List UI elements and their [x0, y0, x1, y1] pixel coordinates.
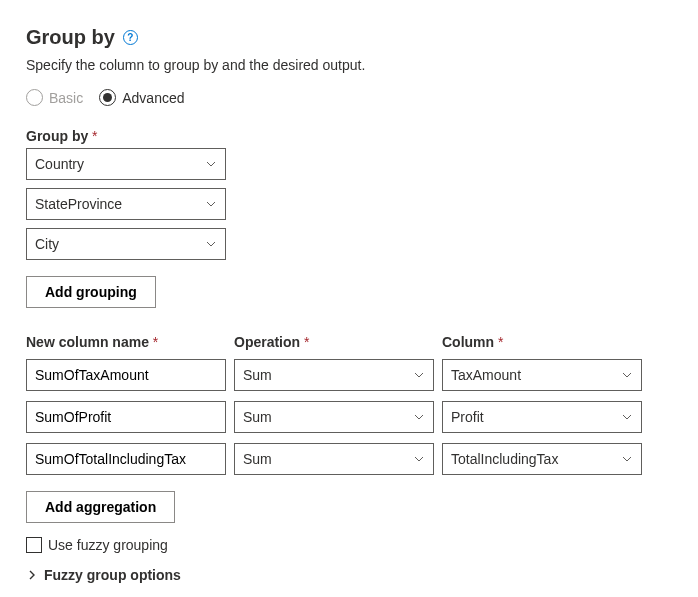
groupby-list: Country StateProvince City — [26, 148, 672, 260]
page-title: Group by — [26, 26, 115, 49]
column-dropdown[interactable]: TotalIncludingTax — [442, 443, 642, 475]
groupby-dropdown[interactable]: Country — [26, 148, 226, 180]
dropdown-value: Sum — [243, 367, 272, 383]
dropdown-value: StateProvince — [35, 196, 122, 212]
chevron-down-icon — [205, 238, 217, 250]
column-dropdown[interactable]: Profit — [442, 401, 642, 433]
dropdown-value: Country — [35, 156, 84, 172]
dropdown-value: TaxAmount — [451, 367, 521, 383]
radio-advanced[interactable]: Advanced — [99, 89, 184, 106]
use-fuzzy-grouping-label: Use fuzzy grouping — [48, 537, 168, 553]
add-aggregation-button[interactable]: Add aggregation — [26, 491, 175, 523]
radio-basic-label: Basic — [49, 90, 83, 106]
chevron-down-icon — [413, 411, 425, 423]
page-subtitle: Specify the column to group by and the d… — [26, 57, 672, 73]
groupby-label: Group by — [26, 128, 672, 144]
aggregation-row: Sum TaxAmount — [26, 359, 672, 391]
new-column-name-label: New column name — [26, 334, 226, 350]
chevron-down-icon — [621, 369, 633, 381]
aggregation-row: Sum Profit — [26, 401, 672, 433]
fuzzy-group-options-label: Fuzzy group options — [44, 567, 181, 583]
groupby-dropdown[interactable]: StateProvince — [26, 188, 226, 220]
groupby-dropdown[interactable]: City — [26, 228, 226, 260]
operation-dropdown[interactable]: Sum — [234, 443, 434, 475]
checkbox-icon — [26, 537, 42, 553]
radio-basic[interactable]: Basic — [26, 89, 83, 106]
chevron-down-icon — [413, 369, 425, 381]
operation-dropdown[interactable]: Sum — [234, 359, 434, 391]
mode-radio-group: Basic Advanced — [26, 89, 672, 106]
column-dropdown[interactable]: TaxAmount — [442, 359, 642, 391]
radio-icon — [26, 89, 43, 106]
operation-label: Operation — [234, 334, 434, 350]
chevron-down-icon — [621, 411, 633, 423]
new-column-name-input[interactable] — [26, 443, 226, 475]
chevron-down-icon — [621, 453, 633, 465]
radio-icon — [99, 89, 116, 106]
dropdown-value: Sum — [243, 451, 272, 467]
radio-advanced-label: Advanced — [122, 90, 184, 106]
chevron-down-icon — [413, 453, 425, 465]
chevron-right-icon — [26, 569, 38, 581]
dropdown-value: TotalIncludingTax — [451, 451, 558, 467]
dropdown-value: City — [35, 236, 59, 252]
help-icon[interactable]: ? — [123, 30, 138, 45]
aggregation-row: Sum TotalIncludingTax — [26, 443, 672, 475]
dropdown-value: Profit — [451, 409, 484, 425]
new-column-name-input[interactable] — [26, 359, 226, 391]
new-column-name-input[interactable] — [26, 401, 226, 433]
column-label: Column — [442, 334, 642, 350]
chevron-down-icon — [205, 158, 217, 170]
fuzzy-group-options-toggle[interactable]: Fuzzy group options — [26, 567, 672, 583]
operation-dropdown[interactable]: Sum — [234, 401, 434, 433]
radio-dot-icon — [103, 93, 112, 102]
use-fuzzy-grouping-checkbox[interactable]: Use fuzzy grouping — [26, 537, 672, 553]
add-grouping-button[interactable]: Add grouping — [26, 276, 156, 308]
dropdown-value: Sum — [243, 409, 272, 425]
chevron-down-icon — [205, 198, 217, 210]
